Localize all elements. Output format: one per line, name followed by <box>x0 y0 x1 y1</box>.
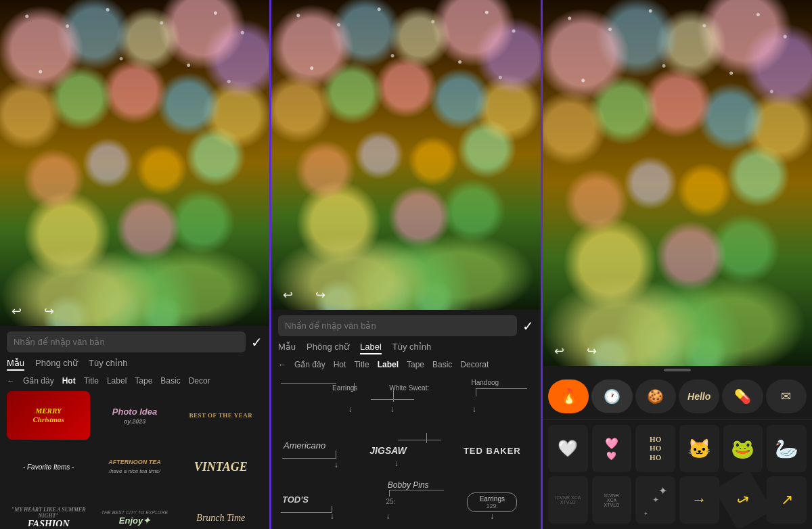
panel-1: ↩ ↪ ✓ Mẫu Phông chữ Tùy chỉnh ← Gần đây … <box>0 0 271 529</box>
text-input-1[interactable] <box>7 331 246 352</box>
undo-redo-group-2: ↩ ↪ <box>278 285 330 304</box>
sticker-swan[interactable]: 🦢 <box>767 425 807 472</box>
sticker-arrow-right-1[interactable]: → <box>679 476 719 524</box>
label-bobby-pins[interactable]: Bobby Pins 25: ↓ <box>364 478 447 526</box>
redo-button-3[interactable]: ↪ <box>582 342 601 361</box>
filter-hot-2[interactable]: Hot <box>334 360 346 369</box>
sticker-favorite-items[interactable]: - Favorite Items - <box>7 442 90 491</box>
filter-hot-1[interactable]: Hot <box>62 376 76 386</box>
photo-canvas-1[interactable]: ↩ ↪ <box>0 0 269 326</box>
label-jigsaw[interactable]: JIGSAW ↓ <box>364 426 447 475</box>
sticker-cat[interactable]: 🐱 <box>679 425 719 472</box>
sticker-heart-outline[interactable]: 🤍 <box>548 425 588 472</box>
filter-back-2[interactable]: ← <box>278 360 286 369</box>
sticker-pink-hearts[interactable]: 🩷 🩷 <box>592 425 632 472</box>
text-input-2[interactable] <box>278 315 517 336</box>
undo-button-2[interactable]: ↩ <box>278 285 297 304</box>
confirm-button-2[interactable]: ✓ <box>522 318 534 334</box>
redo-button-1[interactable]: ↪ <box>39 302 58 321</box>
icon-hello[interactable]: Hello <box>679 380 719 413</box>
tabs-row-1: Mẫu Phông chữ Tùy chỉnh <box>7 358 263 371</box>
sticker-sparkle-1[interactable]: ✦ ✦ ✦ <box>635 476 675 524</box>
tab-tuy-chinh-2[interactable]: Tùy chỉnh <box>392 342 431 354</box>
scroll-indicator <box>664 369 691 371</box>
sticker-brunch-time[interactable]: Brunch Time <box>179 494 263 526</box>
tab-tuy-chinh-1[interactable]: Tùy chỉnh <box>89 358 127 371</box>
sticker-text-small-2[interactable]: ICVNRXCAXTVLO <box>592 476 632 524</box>
icon-gingerbread[interactable]: 🍪 <box>635 380 676 413</box>
tab-phong-chu-1[interactable]: Phông chữ <box>35 358 78 371</box>
label-earrings-price[interactable]: Earrings 129: ↓ <box>451 478 534 526</box>
photo-canvas-3[interactable]: ↩ ↪ <box>543 0 812 366</box>
label-tods[interactable]: TOD'S ↓ <box>278 478 361 526</box>
label-white-sweat[interactable]: White Sweat: ↓ <box>364 375 447 423</box>
bottom-area-1: ✓ Mẫu Phông chữ Tùy chỉnh ← Gần đây Hot … <box>0 326 269 529</box>
filter-title-1[interactable]: Title <box>84 376 99 386</box>
filter-row-1: ← Gần đây Hot Title Label Tape Basic Dec… <box>7 376 263 386</box>
label-ted-baker[interactable]: TED BAKER <box>451 426 534 475</box>
filter-basic-1[interactable]: Basic <box>160 376 180 386</box>
label-grid-2: Earrings ↓ White Sweat: ↓ Handoog ↓ Amer… <box>278 375 534 526</box>
sticker-rows: 🤍 🩷 🩷 HOHOHO 🐱 🐸 🦢 ICVNR XCA XTVLO ICVNR… <box>543 419 812 529</box>
filter-label-1[interactable]: Label <box>107 376 127 386</box>
filter-decor-1[interactable]: Decor <box>189 376 210 386</box>
icon-envelope[interactable]: ✉ <box>766 380 807 413</box>
sticker-best-of-year[interactable]: BEST OF THE YEAR <box>179 391 263 440</box>
filter-back-1[interactable]: ← <box>7 376 15 386</box>
undo-redo-group-1: ↩ ↪ <box>7 302 58 321</box>
sticker-arrow-diagonal[interactable]: ↗ <box>767 476 807 524</box>
tab-label-2[interactable]: Label <box>360 342 382 354</box>
sticker-enjoy[interactable]: THE BEST CITY TO EXPLORE Enjoy✦ <box>93 494 176 526</box>
panel-2: ↩ ↪ ✓ Mẫu Phông chữ Label Tùy chỉnh ← Gầ… <box>271 0 543 529</box>
filter-recent-2[interactable]: Gần đây <box>294 360 325 369</box>
label-handbag[interactable]: Handoog ↓ <box>451 375 534 423</box>
tab-mau-1[interactable]: Mẫu <box>7 358 24 371</box>
confirm-button-1[interactable]: ✓ <box>251 334 263 350</box>
filter-decorat-2[interactable]: Decorat <box>460 360 489 369</box>
undo-redo-group-3: ↩ ↪ <box>549 342 601 361</box>
icon-flame[interactable]: 🔥 <box>548 380 589 413</box>
sticker-arrow-curved[interactable]: ↪ <box>714 469 772 529</box>
sticker-frog[interactable]: 🐸 <box>723 425 763 472</box>
tab-mau-2[interactable]: Mẫu <box>278 342 296 354</box>
label-americano[interactable]: Americano ↓ <box>278 426 361 475</box>
sticker-hohoho[interactable]: HOHOHO <box>635 425 675 472</box>
text-input-row-1: ✓ <box>7 331 263 352</box>
photo-canvas-2[interactable]: ↩ ↪ <box>271 0 541 310</box>
label-earrings[interactable]: Earrings ↓ <box>278 375 361 423</box>
filter-title-2[interactable]: Title <box>354 360 369 369</box>
sticker-text-small-1[interactable]: ICVNR XCA XTVLO <box>548 476 588 524</box>
tabs-row-2: Mẫu Phông chữ Label Tùy chỉnh <box>278 342 534 354</box>
sticker-photo-idea[interactable]: Photo Idea oy.2023 <box>93 391 176 440</box>
sticker-fashion[interactable]: "MY HEART LIKE A SUMMER NIGHT" FASHION <box>7 494 90 526</box>
redo-button-2[interactable]: ↪ <box>311 285 330 304</box>
sticker-merry-xmas[interactable]: MERRYChristmas <box>7 391 90 440</box>
panel-3: ↩ ↪ 🔥 🕐 🍪 Hello 💊 ✉ 🤍 🩷 🩷 HOHOHO 🐱 <box>543 0 812 529</box>
filter-label-chip-2[interactable]: Label <box>378 360 399 369</box>
undo-button-3[interactable]: ↩ <box>549 342 568 361</box>
filter-tape-2[interactable]: Tape <box>407 360 424 369</box>
sticker-afternoon-tea[interactable]: AFTERNOON TEA /have a nice tea time/ <box>93 442 176 491</box>
filter-tape-1[interactable]: Tape <box>135 376 152 386</box>
bottom-area-2: ✓ Mẫu Phông chữ Label Tùy chỉnh ← Gần đâ… <box>271 310 541 529</box>
sticker-vintage[interactable]: VINTAGE <box>179 442 263 491</box>
icons-top-row: 🔥 🕐 🍪 Hello 💊 ✉ <box>543 374 812 419</box>
icon-clock[interactable]: 🕐 <box>591 380 632 413</box>
filter-row-2: ← Gần đây Hot Title Label Tape Basic Dec… <box>278 360 534 369</box>
filter-basic-2[interactable]: Basic <box>432 360 452 369</box>
sticker-grid-1: MERRYChristmas Photo Idea oy.2023 BEST O… <box>7 391 263 526</box>
tab-phong-chu-2[interactable]: Phông chữ <box>307 342 349 354</box>
undo-button-1[interactable]: ↩ <box>7 302 26 321</box>
filter-recent-1[interactable]: Gần đây <box>23 376 54 386</box>
icon-capsule[interactable]: 💊 <box>722 380 763 413</box>
text-input-row-2: ✓ <box>278 315 534 336</box>
panel3-bottom: 🔥 🕐 🍪 Hello 💊 ✉ 🤍 🩷 🩷 HOHOHO 🐱 🐸 🦢 ICVNR… <box>543 366 812 529</box>
